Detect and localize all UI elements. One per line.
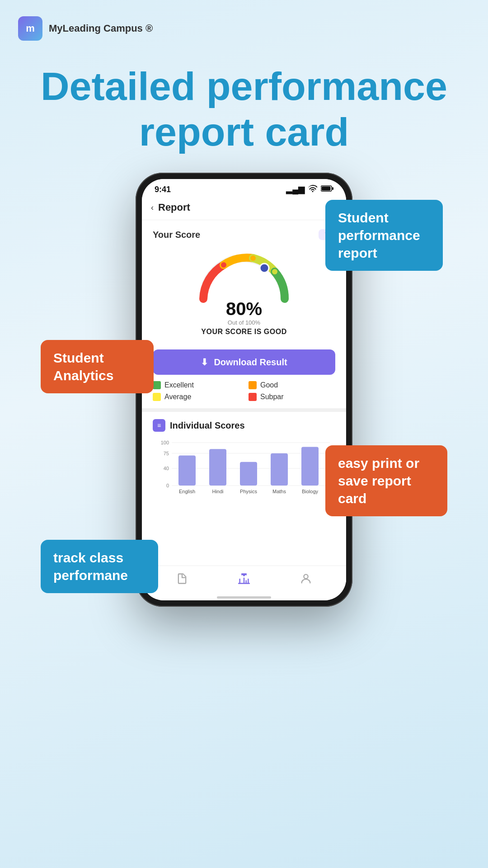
nav-profile[interactable] bbox=[300, 572, 312, 588]
home-indicator bbox=[217, 596, 271, 599]
svg-rect-22 bbox=[271, 453, 288, 486]
screen-content: Your Score T bbox=[142, 220, 346, 600]
svg-rect-2 bbox=[332, 187, 333, 190]
bottom-nav bbox=[142, 566, 346, 593]
legend-item: Good bbox=[249, 381, 335, 389]
status-icons: ▂▄▆ bbox=[286, 184, 333, 194]
gauge-status: YOUR SCORE IS GOOD bbox=[201, 328, 286, 336]
nav-title: Report bbox=[158, 202, 190, 213]
logo-icon: m bbox=[18, 16, 42, 41]
svg-text:English: English bbox=[179, 489, 195, 494]
svg-point-7 bbox=[282, 296, 287, 302]
svg-rect-24 bbox=[301, 447, 319, 486]
score-legend: ExcellentGoodAverageSubpar bbox=[142, 381, 346, 408]
status-bar: 9:41 ▂▄▆ bbox=[142, 179, 346, 197]
phone-mockup: Student performance report Student Analy… bbox=[136, 173, 352, 607]
tooltip-easy-print: easy print or save report card bbox=[325, 445, 447, 516]
individual-scores-section: ≡ Individual Scores 10075400EnglishHindi… bbox=[142, 412, 346, 503]
score-section: Your Score T bbox=[142, 220, 346, 343]
gauge-subtext: Out of 100% bbox=[228, 319, 260, 326]
phone-shell: 9:41 ▂▄▆ ‹ Report bbox=[136, 173, 352, 607]
svg-text:75: 75 bbox=[164, 451, 169, 456]
svg-rect-20 bbox=[240, 462, 257, 486]
svg-text:Hindi: Hindi bbox=[212, 489, 223, 494]
gauge-percent: 80% bbox=[226, 299, 262, 319]
svg-text:Physics: Physics bbox=[240, 489, 257, 494]
svg-text:40: 40 bbox=[164, 466, 169, 471]
tooltip-analytics: Student Analytics bbox=[41, 340, 154, 393]
svg-text:100: 100 bbox=[161, 440, 169, 445]
svg-text:Biology: Biology bbox=[302, 489, 319, 494]
legend-item: Excellent bbox=[153, 381, 239, 389]
score-label: Your Score bbox=[153, 230, 200, 240]
wifi-icon bbox=[308, 185, 317, 194]
svg-point-26 bbox=[304, 575, 308, 579]
download-label: Download Result bbox=[214, 357, 287, 368]
gauge-svg bbox=[194, 249, 294, 303]
tooltip-track-class: track class performane bbox=[41, 540, 158, 593]
nav-analytics[interactable] bbox=[238, 572, 250, 588]
svg-point-3 bbox=[260, 264, 269, 273]
svg-rect-16 bbox=[178, 456, 196, 486]
legend-item: Subpar bbox=[249, 393, 335, 401]
section-divider bbox=[142, 408, 346, 412]
svg-rect-1 bbox=[322, 186, 331, 190]
tooltip-student-performance: Student performance report bbox=[325, 200, 443, 271]
svg-point-6 bbox=[272, 269, 277, 274]
svg-point-4 bbox=[221, 262, 226, 268]
app-nav-bar: ‹ Report bbox=[142, 197, 346, 220]
legend-item: Average bbox=[153, 393, 239, 401]
svg-rect-18 bbox=[209, 449, 226, 486]
svg-text:0: 0 bbox=[166, 483, 169, 488]
signal-icon: ▂▄▆ bbox=[286, 184, 305, 194]
nav-documents[interactable] bbox=[176, 572, 188, 588]
individual-scores-title: Individual Scores bbox=[170, 420, 245, 431]
status-time: 9:41 bbox=[155, 185, 171, 194]
back-button[interactable]: ‹ bbox=[151, 203, 154, 212]
svg-text:Maths: Maths bbox=[272, 489, 286, 494]
logo-text: MyLeading Campus ® bbox=[49, 22, 153, 35]
app-header: m MyLeading Campus ® bbox=[0, 0, 488, 50]
chart-icon: ≡ bbox=[153, 419, 165, 432]
bar-chart: 10075400EnglishHindiPhysicsMathsBiology bbox=[153, 438, 335, 497]
individual-scores-header: ≡ Individual Scores bbox=[153, 419, 335, 432]
svg-point-5 bbox=[250, 255, 256, 261]
gauge-chart: 80% Out of 100% YOUR SCORE IS GOOD bbox=[153, 245, 335, 339]
battery-icon bbox=[321, 185, 333, 194]
download-icon: ⬇ bbox=[201, 357, 208, 368]
phone-screen: 9:41 ▂▄▆ ‹ Report bbox=[142, 179, 346, 600]
hero-title: Detailed performance report card bbox=[0, 50, 488, 173]
download-result-button[interactable]: ⬇ Download Result bbox=[153, 349, 335, 375]
score-header: Your Score T bbox=[153, 229, 335, 240]
